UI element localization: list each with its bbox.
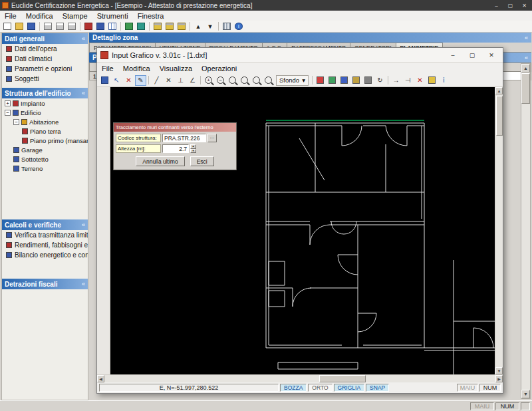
maximize-icon[interactable]: ▢	[505, 1, 516, 10]
collapse-icon[interactable]: −	[13, 119, 19, 125]
cad-horizontal-scrollbar[interactable]: ◀ ▶	[97, 374, 503, 382]
resize-grip[interactable]	[521, 402, 530, 410]
extend-icon[interactable]: →	[390, 75, 402, 86]
sidebar-item-dati-climatici[interactable]: Dati climatici	[2, 54, 88, 64]
menu-stampe[interactable]: Stampe	[58, 11, 92, 21]
browse-structure-button[interactable]: ···	[207, 134, 217, 142]
cad-maximize-icon[interactable]: ▢	[464, 49, 480, 61]
zoom-extents-icon[interactable]	[239, 75, 250, 86]
sfondo-dropdown[interactable]: Sfondo ▾	[276, 75, 309, 86]
cad-delete-icon[interactable]: ✕	[123, 75, 134, 86]
zoom-in-icon[interactable]: +	[203, 75, 214, 86]
scrollbar-track[interactable]	[104, 375, 495, 382]
stamp-certificate-icon[interactable]	[152, 22, 163, 31]
tree-item-impianto[interactable]: + Impianto	[2, 98, 88, 108]
cad-save-icon[interactable]	[99, 75, 110, 86]
cad-menu-file[interactable]: File	[97, 63, 118, 74]
menu-modifica[interactable]: Modifica	[21, 11, 58, 21]
cad-draw-wall-icon[interactable]: ✎	[135, 75, 146, 86]
scroll-left-icon[interactable]: ◀	[97, 375, 104, 382]
cad-perpendicular-icon[interactable]: ⊥	[175, 75, 186, 86]
print-setup-icon[interactable]	[66, 22, 77, 31]
cad-close-icon[interactable]: ✕	[483, 49, 499, 61]
cad-menu-modifica[interactable]: Modifica	[118, 63, 155, 74]
print-preview-icon[interactable]	[55, 22, 65, 31]
archive-red-icon[interactable]	[83, 22, 94, 31]
section-header-dati-generali[interactable]: Dati generali «	[2, 33, 88, 44]
minimize-icon[interactable]: –	[491, 1, 502, 10]
scrollbar-thumb[interactable]	[521, 73, 530, 104]
sidebar-item-soggetti[interactable]: Soggetti	[2, 74, 88, 84]
esci-button[interactable]: Esci	[190, 156, 214, 166]
section-header-calcoli[interactable]: Calcoli e verifiche «	[2, 219, 88, 230]
info-icon[interactable]: i	[233, 22, 244, 31]
main-vertical-scrollbar[interactable]: ▲ ▼	[521, 63, 531, 399]
layer-dxf-toggle-icon[interactable]	[362, 75, 374, 86]
collapse-chevron-icon[interactable]: «	[525, 35, 528, 41]
trace-walls-dialog[interactable]: Tracciamento muri confinanti verso l'est…	[113, 122, 237, 170]
archive-blue-icon[interactable]	[95, 22, 106, 31]
spinner-down-icon[interactable]: ▼	[190, 149, 196, 154]
orto-toggle[interactable]: ORTO	[308, 384, 332, 392]
save-icon[interactable]	[26, 22, 37, 31]
altezza-spinner[interactable]: ▲ ▼	[190, 144, 196, 153]
annulla-ultimo-button[interactable]: Annulla ultimo	[136, 156, 184, 166]
griglia-toggle[interactable]: GRIGLIA	[334, 384, 364, 392]
cad-line-icon[interactable]: ╱	[151, 75, 162, 86]
cad-select-icon[interactable]: ↖	[111, 75, 122, 86]
move-up-icon[interactable]: ▲	[193, 22, 203, 31]
scroll-right-icon[interactable]: ▶	[495, 375, 503, 382]
tree-item-abitazione[interactable]: − Abitazione	[2, 117, 88, 126]
layer-openings-toggle-icon[interactable]	[350, 75, 362, 86]
altezza-field[interactable]: 2.7	[162, 144, 189, 153]
refresh-icon[interactable]: ↻	[374, 75, 386, 86]
columns-icon[interactable]	[221, 22, 232, 31]
scroll-up-icon[interactable]: ▲	[521, 64, 530, 72]
sidebar-item-dati-opera[interactable]: Dati dell'opera	[2, 44, 88, 54]
collapse-chevron-icon[interactable]: «	[82, 281, 85, 287]
tree-item-terreno[interactable]: Terreno	[2, 164, 88, 173]
cad-info-icon[interactable]: i	[438, 75, 450, 86]
stamp-export-icon[interactable]	[176, 22, 187, 31]
menu-finestra[interactable]: Finestra	[133, 11, 169, 21]
collapse-chevron-icon[interactable]: «	[82, 35, 85, 42]
tables-icon[interactable]	[107, 22, 118, 31]
bozza-toggle[interactable]: BOZZA	[280, 384, 307, 392]
scroll-down-icon[interactable]: ▼	[495, 367, 503, 374]
tree-item-garage[interactable]: Garage	[2, 145, 88, 154]
zoom-out-icon[interactable]: −	[215, 75, 226, 86]
dialog-title-bar[interactable]: Tracciamento muri confinanti verso l'est…	[114, 123, 236, 132]
cad-title-bar[interactable]: Input Grafico v. 3.01c - [1.dxf] – ▢ ✕	[97, 48, 503, 63]
layer-labels-toggle-icon[interactable]	[338, 75, 350, 86]
sidebar-item-parametri[interactable]: Parametri e opzioni	[2, 64, 88, 74]
zoom-previous-icon[interactable]	[251, 75, 262, 86]
calc-icon[interactable]	[124, 22, 134, 31]
cad-menu-visualizza[interactable]: Visualizza	[155, 63, 197, 74]
scrollbar-thumb[interactable]	[319, 375, 366, 382]
zoom-window-icon[interactable]	[227, 75, 238, 86]
tree-item-edificio[interactable]: − Edificio	[2, 108, 88, 117]
drawing-canvas[interactable]: Tracciamento muri confinanti verso l'est…	[110, 87, 495, 374]
cad-intersect-icon[interactable]: ✕	[163, 75, 174, 86]
collapse-chevron-icon[interactable]: «	[525, 55, 528, 61]
erase-icon[interactable]: ✕	[414, 75, 426, 86]
codice-struttura-field[interactable]: PRA.STR.226	[162, 134, 206, 142]
move-down-icon[interactable]: ▼	[205, 22, 215, 31]
scroll-down-icon[interactable]: ▼	[521, 390, 530, 398]
snap-toggle[interactable]: SNAP	[366, 384, 389, 392]
tree-item-piano-primo[interactable]: Piano primo (mansarda)	[2, 136, 88, 145]
stamp-report-icon[interactable]	[164, 22, 175, 31]
layer-areas-toggle-icon[interactable]	[327, 75, 338, 86]
new-document-icon[interactable]	[2, 22, 13, 31]
layer-walls-toggle-icon[interactable]	[315, 75, 326, 86]
results-icon[interactable]	[136, 22, 146, 31]
sidebar-item-rendimenti[interactable]: Rendimenti, fabbisogni ed EP	[2, 240, 88, 250]
sidebar-item-verifica-trasmittanza[interactable]: Verifica trasmittanza limite	[2, 230, 88, 240]
expand-icon[interactable]: +	[5, 100, 11, 106]
menu-strumenti[interactable]: Strumenti	[92, 11, 133, 21]
tree-item-piano-terra[interactable]: Piano terra	[2, 126, 88, 136]
cad-vertical-scrollbar[interactable]: ▲ ▼	[495, 87, 503, 374]
cad-angle-icon[interactable]: ∠	[187, 75, 198, 86]
measure-icon[interactable]	[426, 75, 438, 86]
cad-menu-operazioni[interactable]: Operazioni	[197, 63, 241, 74]
